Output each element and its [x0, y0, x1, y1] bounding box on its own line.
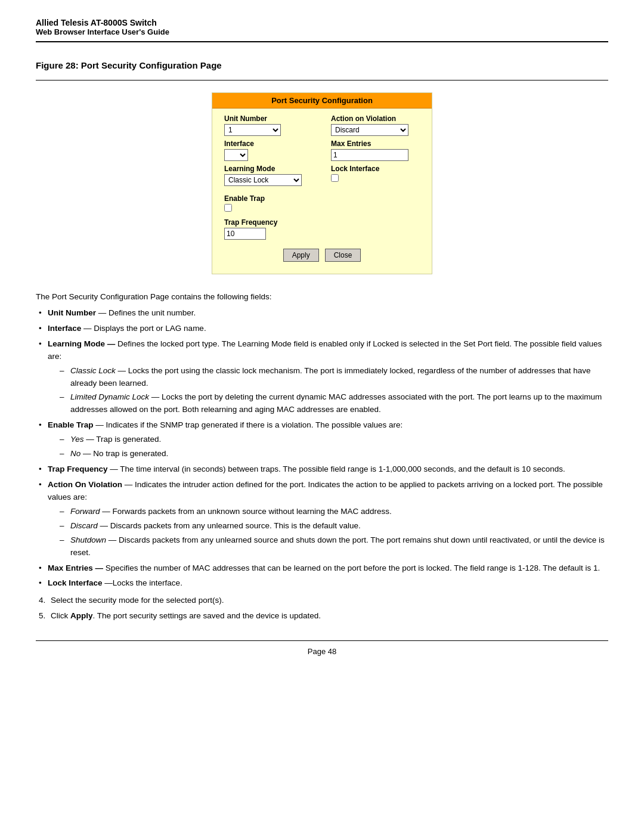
action-on-violation-select[interactable]: Discard Forward Shutdown: [331, 124, 408, 136]
sub-item-yes: Yes — Trap is generated.: [60, 433, 608, 446]
trap-frequency-input[interactable]: [224, 228, 266, 240]
list-item-learning-mode: Learning Mode — Defines the locked port …: [36, 338, 608, 417]
sub-desc-discard: — Discards packets from any unlearned so…: [100, 521, 361, 530]
enable-trap-checkbox[interactable]: [224, 204, 232, 212]
sub-desc-yes: — Trap is generated.: [86, 435, 161, 444]
field-name-trap-freq: Trap Frequency: [48, 465, 108, 473]
interface-label: Interface: [224, 140, 313, 148]
config-inner: Unit Number 1 Action on Violation Discar…: [212, 114, 432, 262]
header-title: Allied Telesis AT-8000S Switch: [36, 18, 608, 27]
learning-mode-sub-list: Classic Lock — Locks the port using the …: [60, 365, 608, 417]
lock-interface-checkbox-row: [331, 174, 420, 182]
sub-desc-limited: — Locks the port by deleting the current…: [70, 392, 602, 414]
sub-item-forward: Forward — Forwards packets from an unkno…: [60, 506, 608, 518]
form-col-unit: Unit Number 1: [224, 114, 313, 136]
field-name-unit: Unit Number: [48, 308, 96, 317]
header-subtitle: Web Browser Interface User's Guide: [36, 27, 608, 36]
sub-label-discard: Discard: [70, 521, 98, 530]
config-box-wrapper: Port Security Configuration Unit Number …: [36, 92, 608, 274]
sub-item-shutdown: Shutdown — Discards packets from any unl…: [60, 534, 608, 559]
header: Allied Telesis AT-8000S Switch Web Brows…: [36, 18, 608, 42]
action-on-violation-label: Action on Violation: [331, 114, 420, 123]
action-sub-list: Forward — Forwards packets from an unkno…: [60, 506, 608, 559]
field-name-learning: Learning Mode —: [48, 339, 115, 348]
lock-interface-checkbox[interactable]: [331, 174, 339, 182]
apply-button[interactable]: Apply: [283, 249, 319, 262]
sub-item-no: No — No trap is generated.: [60, 448, 608, 460]
form-row-1: Unit Number 1 Action on Violation Discar…: [224, 114, 420, 136]
form-col-interface: Interface: [224, 140, 313, 161]
field-desc-unit: — Defines the unit number.: [98, 308, 196, 317]
list-item-trap-frequency: Trap Frequency — The time interval (in s…: [36, 463, 608, 476]
sub-label-no: No: [70, 449, 80, 458]
config-panel: Port Security Configuration Unit Number …: [212, 92, 432, 274]
enable-trap-section: Enable Trap: [224, 194, 420, 212]
field-desc-trap-freq: — The time interval (in seconds) between…: [110, 465, 565, 473]
enable-trap-sub-list: Yes — Trap is generated. No — No trap is…: [60, 433, 608, 460]
list-item-max-entries: Max Entries — Specifies the number of MA…: [36, 562, 608, 575]
sub-desc-classic: — Locks the port using the classic lock …: [70, 366, 590, 388]
list-item-action-violation: Action On Violation — Indicates the intr…: [36, 479, 608, 559]
list-item-enable-trap: Enable Trap — Indicates if the SNMP trap…: [36, 419, 608, 460]
lock-interface-label: Lock Interface: [331, 165, 420, 173]
config-panel-title: Port Security Configuration: [212, 93, 432, 109]
sub-label-limited: Limited Dynamic Lock: [70, 392, 149, 401]
learning-mode-select[interactable]: Classic Lock Limited Dynamic Lock: [224, 174, 302, 186]
field-desc-lock-interface: —Locks the interface.: [104, 578, 182, 587]
trap-frequency-section: Trap Frequency: [224, 218, 420, 240]
step-5-text: Click Apply. The port security settings …: [51, 611, 321, 620]
field-desc-action: — Indicates the intruder action defined …: [48, 480, 603, 501]
max-entries-input[interactable]: 1: [331, 149, 408, 161]
enable-trap-label: Enable Trap: [224, 194, 420, 203]
field-name-interface: Interface: [48, 324, 81, 333]
unit-number-label: Unit Number: [224, 114, 313, 123]
description-intro: The Port Security Configuration Page con…: [36, 291, 608, 304]
form-row-2: Interface Max Entries 1: [224, 140, 420, 161]
footer-divider: [36, 640, 608, 641]
form-row-3: Learning Mode Classic Lock Limited Dynam…: [224, 165, 420, 186]
field-name-action: Action On Violation: [48, 480, 122, 489]
sub-desc-shutdown: — Discards packets from any unlearned so…: [70, 535, 605, 557]
max-entries-label: Max Entries: [331, 140, 420, 148]
list-item-interface: Interface — Displays the port or LAG nam…: [36, 323, 608, 335]
interface-select[interactable]: [224, 149, 248, 161]
close-button[interactable]: Close: [325, 249, 361, 262]
step-4: 4. Select the security mode for the sele…: [36, 594, 608, 607]
field-desc-max-entries: Specifies the number of MAC addresses th…: [106, 563, 600, 572]
figure-title: Figure 28: Port Security Configuration P…: [36, 60, 608, 70]
form-col-lock-interface: Lock Interface: [331, 165, 420, 186]
form-col-max-entries: Max Entries 1: [331, 140, 420, 161]
sub-label-classic: Classic Lock: [70, 366, 116, 375]
field-name-enable-trap: Enable Trap: [48, 420, 94, 429]
page-wrapper: Allied Telesis AT-8000S Switch Web Brows…: [0, 0, 644, 833]
button-row: Apply Close: [224, 249, 420, 262]
step-5-num: 5.: [39, 610, 45, 623]
sub-item-classic-lock: Classic Lock — Locks the port using the …: [60, 365, 608, 390]
list-item-unit-number: Unit Number — Defines the unit number.: [36, 307, 608, 320]
step-4-num: 4.: [39, 594, 45, 607]
step-4-text: Select the security mode for the selecte…: [51, 596, 224, 605]
learning-mode-label: Learning Mode: [224, 165, 313, 173]
sub-desc-no: — No trap is generated.: [83, 449, 168, 458]
header-divider: [36, 41, 608, 42]
page-number: Page 48: [36, 647, 608, 656]
figure-divider: [36, 80, 608, 80]
trap-frequency-label: Trap Frequency: [224, 218, 420, 227]
field-desc-learning: Defines the locked port type. The Learni…: [48, 339, 602, 361]
step-5: 5. Click Apply. The port security settin…: [36, 610, 608, 623]
sub-label-yes: Yes: [70, 435, 84, 444]
form-col-learning: Learning Mode Classic Lock Limited Dynam…: [224, 165, 313, 186]
unit-number-select[interactable]: 1: [224, 124, 281, 136]
steps-list: 4. Select the security mode for the sele…: [36, 594, 608, 623]
sub-item-discard: Discard — Discards packets from any unle…: [60, 520, 608, 532]
sub-label-shutdown: Shutdown: [70, 535, 106, 544]
sub-label-forward: Forward: [70, 507, 100, 516]
field-desc-enable-trap: — Indicates if the SNMP trap generated i…: [95, 420, 402, 429]
field-desc-interface: — Displays the port or LAG name.: [83, 324, 206, 333]
enable-trap-checkbox-row: [224, 204, 420, 212]
field-name-max-entries: Max Entries —: [48, 563, 103, 572]
field-list: Unit Number — Defines the unit number. I…: [36, 307, 608, 590]
sub-desc-forward: — Forwards packets from an unknown sourc…: [102, 507, 391, 516]
form-col-action: Action on Violation Discard Forward Shut…: [331, 114, 420, 136]
list-item-lock-interface: Lock Interface —Locks the interface.: [36, 577, 608, 590]
